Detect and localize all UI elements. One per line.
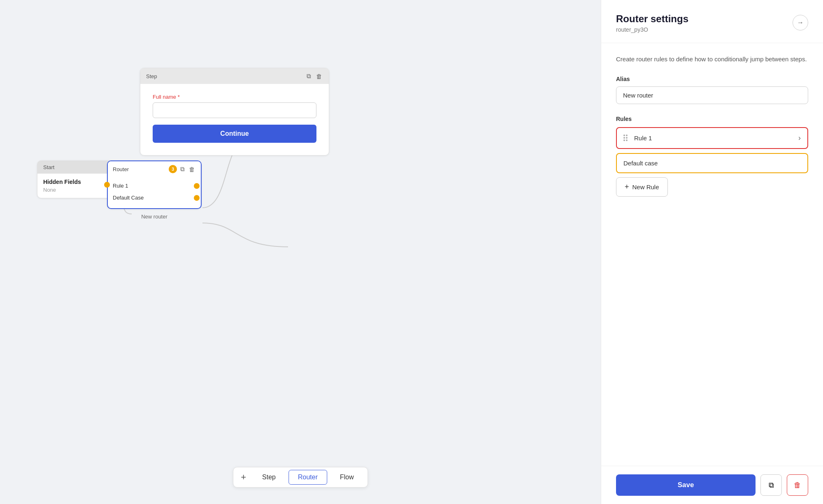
hidden-fields-value: None — [43, 187, 109, 193]
alias-input[interactable] — [616, 86, 808, 104]
save-button[interactable]: Save — [616, 474, 756, 496]
start-node-header: Start — [37, 161, 115, 174]
router-rule2-container: Default Case — [113, 192, 196, 203]
panel-title-group: Router settings router_py3O — [616, 13, 688, 33]
full-name-label: Full name * — [153, 94, 316, 100]
bottom-toolbar: + Step Router Flow — [233, 467, 368, 488]
duplicate-icon: ⧉ — [769, 481, 774, 490]
router-badge: 3 — [169, 165, 177, 173]
router-trash-icon: 🗑 — [189, 166, 195, 173]
router-header-right: 3 ⧉ 🗑 — [169, 165, 196, 174]
new-rule-button[interactable]: + New Rule — [616, 177, 668, 197]
trash-icon: 🗑 — [316, 73, 322, 80]
delete-icon: 🗑 — [794, 481, 801, 490]
panel-subtitle: router_py3O — [616, 26, 688, 33]
full-name-input[interactable] — [153, 102, 316, 118]
default-case-label: Default case — [623, 160, 658, 167]
add-button[interactable]: + — [237, 470, 249, 484]
router-copy-icon: ⧉ — [180, 165, 185, 172]
panel-footer: Save ⧉ 🗑 — [601, 466, 823, 504]
step-node-header: Step ⧉ 🗑 — [140, 68, 329, 84]
right-panel: Router settings router_py3O → Create rou… — [601, 0, 823, 504]
rule1-chevron-icon: › — [798, 134, 801, 142]
panel-title: Router settings — [616, 13, 688, 25]
rule1-item[interactable]: Rule 1 › — [616, 127, 808, 149]
rule1-dot-right — [194, 183, 200, 189]
step-node: Step ⧉ 🗑 Full name * Continue — [140, 68, 329, 156]
duplicate-button[interactable]: ⧉ — [760, 474, 782, 496]
router-rule1: Rule 1 — [113, 180, 196, 191]
panel-description: Create router rules to define how to con… — [616, 55, 808, 64]
required-star: * — [178, 94, 180, 100]
continue-button[interactable]: Continue — [153, 125, 316, 143]
router-node-header: Router 3 ⧉ 🗑 — [108, 161, 201, 177]
start-label: Start — [43, 164, 54, 170]
step-node-body: Full name * Continue — [140, 84, 329, 155]
router-rule2-label: Default Case — [113, 195, 144, 201]
panel-close-button[interactable]: → — [793, 15, 808, 30]
rule2-dot-right — [194, 195, 200, 201]
panel-body: Create router rules to define how to con… — [601, 43, 823, 466]
canvas-area: Start Hidden Fields None Step ⧉ 🗑 Full n… — [0, 0, 601, 504]
step-toolbar-button[interactable]: Step — [253, 470, 285, 485]
rule1-left: Rule 1 — [623, 135, 652, 142]
start-node-body: Hidden Fields None — [37, 174, 115, 198]
delete-button[interactable]: 🗑 — [787, 474, 808, 496]
default-case-item[interactable]: Default case — [616, 153, 808, 173]
router-rule1-label: Rule 1 — [113, 183, 128, 189]
start-node: Start Hidden Fields None — [37, 160, 115, 198]
default-case-left: Default case — [623, 160, 658, 167]
step-copy-button[interactable]: ⧉ — [306, 72, 312, 81]
panel-close-icon: → — [797, 19, 804, 26]
panel-header: Router settings router_py3O → — [601, 0, 823, 43]
flow-toolbar-button[interactable]: Flow — [330, 470, 363, 485]
alias-label: Alias — [616, 76, 808, 82]
router-node[interactable]: Router 3 ⧉ 🗑 Rule 1 Defau — [107, 160, 202, 209]
step-delete-button[interactable]: 🗑 — [315, 72, 323, 81]
router-dot-left — [104, 182, 110, 188]
router-copy-button[interactable]: ⧉ — [179, 165, 186, 174]
router-node-body: Rule 1 Default Case — [108, 177, 201, 208]
rules-label: Rules — [616, 116, 808, 122]
router-header-label: Router — [113, 166, 129, 172]
rule1-label: Rule 1 — [634, 135, 652, 142]
step-label: Step — [146, 73, 157, 79]
new-rule-label: New Rule — [632, 183, 659, 190]
router-rule1-container: Rule 1 — [113, 180, 196, 191]
step-header-icons: ⧉ 🗑 — [306, 72, 323, 81]
drag-handle-rule1 — [623, 135, 628, 141]
plus-icon: + — [625, 183, 629, 191]
copy-icon: ⧉ — [307, 72, 311, 79]
router-toolbar-button[interactable]: Router — [288, 470, 327, 485]
router-rule2: Default Case — [113, 192, 196, 203]
router-delete-button[interactable]: 🗑 — [188, 165, 196, 174]
hidden-fields-label: Hidden Fields — [43, 179, 109, 185]
router-node-label: New router — [141, 214, 167, 220]
